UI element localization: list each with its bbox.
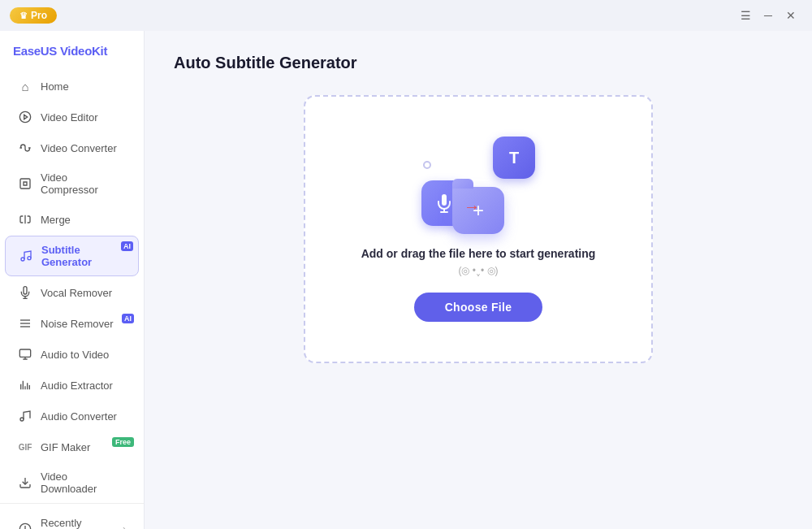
app-logo: EaseUS VideoKit	[0, 37, 144, 71]
sidebar-item-label: Merge	[41, 214, 71, 226]
vocal-remover-icon	[18, 285, 32, 300]
sidebar-item-label: Video Compressor	[41, 171, 126, 196]
sidebar-item-audio-to-video[interactable]: Audio to Video	[5, 340, 139, 369]
minimize-button[interactable]: ─	[757, 4, 780, 27]
illustration: ⤢ → T	[421, 137, 535, 234]
svg-point-16	[20, 418, 24, 421]
arrow-icon: →	[464, 197, 480, 216]
sidebar-item-label: Video Editor	[41, 111, 98, 124]
sidebar-item-noise-remover[interactable]: Noise Remover AI	[5, 309, 139, 338]
sidebar-item-label: Audio Converter	[41, 410, 117, 423]
sidebar-item-label: Video Downloader	[41, 470, 126, 495]
svg-point-3	[21, 258, 24, 261]
sidebar-item-audio-converter[interactable]: Audio Converter	[5, 401, 139, 431]
menu-button[interactable]: ☰	[734, 4, 757, 27]
app-body: EaseUS VideoKit ⌂ Home Video Editor Vide…	[0, 31, 812, 529]
home-icon: ⌂	[18, 79, 32, 93]
pro-label: Pro	[31, 10, 47, 21]
clock-icon	[18, 522, 32, 529]
sidebar: EaseUS VideoKit ⌂ Home Video Editor Vide…	[0, 31, 145, 529]
sidebar-item-video-converter[interactable]: Video Converter	[5, 133, 139, 163]
sidebar-item-label: Recently Edited	[41, 517, 114, 529]
free-badge: Free	[112, 437, 134, 447]
gif-icon: GIF	[18, 440, 32, 454]
upload-text: Add or drag the file here to start gener…	[361, 247, 596, 260]
sidebar-item-home[interactable]: ⌂ Home	[5, 72, 139, 101]
audio-to-video-icon	[18, 347, 32, 362]
upload-hint: (◎ •ˬ• ◎)	[458, 265, 498, 276]
ai-badge: AI	[121, 241, 133, 251]
main-content: Auto Subtitle Generator ⤢	[145, 31, 812, 529]
noise-remover-icon	[18, 316, 32, 331]
close-button[interactable]: ✕	[780, 4, 802, 27]
svg-rect-10	[19, 349, 30, 357]
chevron-right-icon: ›	[123, 523, 126, 529]
sidebar-item-video-compressor[interactable]: Video Compressor	[5, 164, 139, 203]
svg-rect-1	[20, 179, 30, 189]
sidebar-item-label: Vocal Remover	[41, 287, 112, 299]
sidebar-item-video-downloader[interactable]: Video Downloader	[5, 463, 139, 502]
sidebar-item-label: GIF Maker	[41, 441, 90, 453]
sidebar-item-recently-edited[interactable]: Recently Edited ›	[5, 509, 139, 529]
sidebar-bottom: Recently Edited ›	[0, 503, 144, 529]
menu-icon: ☰	[741, 9, 751, 22]
ai-badge-noise: AI	[122, 314, 134, 323]
choose-file-button[interactable]: Choose File	[414, 293, 543, 322]
sidebar-item-label: Subtitle Generator	[41, 244, 125, 268]
sidebar-item-label: Audio Extractor	[41, 379, 113, 392]
pro-badge[interactable]: Pro	[10, 7, 57, 24]
sidebar-item-label: Home	[41, 80, 69, 93]
download-icon	[18, 475, 32, 490]
merge-icon	[18, 212, 32, 227]
sidebar-item-video-editor[interactable]: Video Editor	[5, 102, 139, 132]
video-compressor-icon	[18, 176, 32, 191]
sidebar-item-merge[interactable]: Merge	[5, 205, 139, 234]
video-editor-icon	[18, 110, 32, 124]
t-card: T	[493, 137, 535, 179]
upload-area[interactable]: ⤢ → T	[304, 95, 653, 363]
subtitle-icon	[19, 249, 33, 263]
close-icon: ✕	[786, 9, 796, 22]
audio-extractor-icon	[18, 378, 32, 392]
video-converter-icon	[18, 141, 32, 155]
sidebar-item-label: Noise Remover	[41, 318, 114, 330]
sidebar-item-label: Audio to Video	[41, 349, 109, 361]
sidebar-item-subtitle-generator[interactable]: Subtitle Generator AI	[5, 236, 139, 276]
sidebar-item-gif-maker[interactable]: GIF GIF Maker Free	[5, 432, 139, 462]
text-icon: T	[509, 149, 519, 167]
page-title: Auto Subtitle Generator	[174, 54, 783, 72]
minimize-icon: ─	[764, 9, 772, 22]
audio-converter-icon	[18, 409, 32, 423]
sidebar-item-label: Video Converter	[41, 142, 117, 154]
svg-point-0	[19, 111, 30, 122]
sidebar-item-audio-extractor[interactable]: Audio Extractor	[5, 371, 139, 400]
sidebar-item-vocal-remover[interactable]: Vocal Remover	[5, 278, 139, 307]
decoration-circle	[423, 161, 431, 169]
titlebar: Pro ☰ ─ ✕	[0, 0, 812, 31]
svg-point-4	[28, 257, 31, 260]
